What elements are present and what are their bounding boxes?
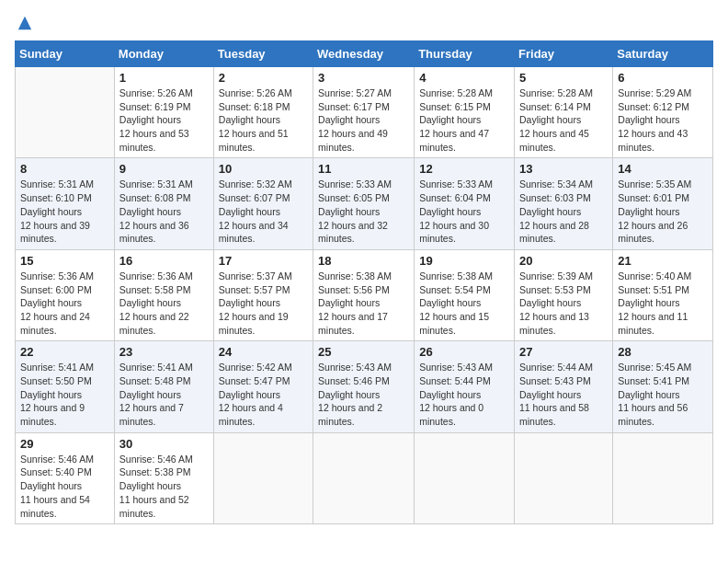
day-info: Sunrise: 5:38 AMSunset: 5:56 PMDaylight … bbox=[318, 270, 392, 336]
day-info: Sunrise: 5:35 AMSunset: 6:01 PMDaylight … bbox=[618, 178, 691, 244]
calendar-cell: 30 Sunrise: 5:46 AMSunset: 5:38 PMDaylig… bbox=[114, 432, 213, 523]
day-info: Sunrise: 5:26 AMSunset: 6:18 PMDaylight … bbox=[219, 87, 292, 153]
calendar-cell: 27 Sunrise: 5:44 AMSunset: 5:43 PMDaylig… bbox=[515, 341, 613, 432]
weekday-header-saturday: Saturday bbox=[613, 41, 713, 67]
day-info: Sunrise: 5:27 AMSunset: 6:17 PMDaylight … bbox=[318, 87, 392, 153]
calendar-cell: 10 Sunrise: 5:32 AMSunset: 6:07 PMDaylig… bbox=[213, 158, 313, 249]
weekday-header-thursday: Thursday bbox=[415, 41, 515, 67]
day-info: Sunrise: 5:31 AMSunset: 6:10 PMDaylight … bbox=[20, 178, 94, 244]
day-info: Sunrise: 5:46 AMSunset: 5:38 PMDaylight … bbox=[119, 454, 193, 519]
calendar-cell: 28 Sunrise: 5:45 AMSunset: 5:41 PMDaylig… bbox=[613, 341, 713, 432]
calendar-cell: 24 Sunrise: 5:42 AMSunset: 5:47 PMDaylig… bbox=[213, 341, 313, 432]
day-info: Sunrise: 5:44 AMSunset: 5:43 PMDaylight … bbox=[519, 362, 593, 427]
calendar-cell: 20 Sunrise: 5:39 AMSunset: 5:53 PMDaylig… bbox=[515, 249, 613, 340]
day-info: Sunrise: 5:46 AMSunset: 5:40 PMDaylight … bbox=[20, 454, 94, 519]
day-number: 15 bbox=[20, 254, 109, 268]
day-number: 20 bbox=[519, 254, 608, 268]
day-number: 3 bbox=[318, 71, 409, 85]
calendar-week-row: 1 Sunrise: 5:26 AMSunset: 6:19 PMDayligh… bbox=[16, 67, 713, 158]
day-info: Sunrise: 5:45 AMSunset: 5:41 PMDaylight … bbox=[618, 362, 691, 427]
calendar-cell: 6 Sunrise: 5:29 AMSunset: 6:12 PMDayligh… bbox=[613, 67, 713, 158]
calendar-body: 1 Sunrise: 5:26 AMSunset: 6:19 PMDayligh… bbox=[16, 67, 713, 524]
day-number: 1 bbox=[119, 71, 209, 85]
calendar-cell: 22 Sunrise: 5:41 AMSunset: 5:50 PMDaylig… bbox=[16, 341, 115, 432]
day-number: 13 bbox=[519, 162, 608, 176]
day-number: 30 bbox=[119, 437, 209, 451]
day-number: 6 bbox=[618, 71, 708, 85]
calendar-week-row: 15 Sunrise: 5:36 AMSunset: 6:00 PMDaylig… bbox=[16, 249, 713, 340]
svg-marker-0 bbox=[18, 17, 31, 29]
day-info: Sunrise: 5:28 AMSunset: 6:15 PMDaylight … bbox=[419, 87, 493, 153]
page-header bbox=[15, 15, 713, 31]
calendar-cell: 9 Sunrise: 5:31 AMSunset: 6:08 PMDayligh… bbox=[114, 158, 213, 249]
day-number: 29 bbox=[20, 437, 109, 451]
day-info: Sunrise: 5:31 AMSunset: 6:08 PMDaylight … bbox=[119, 178, 193, 244]
calendar-cell: 5 Sunrise: 5:28 AMSunset: 6:14 PMDayligh… bbox=[515, 67, 613, 158]
calendar-cell bbox=[613, 432, 713, 523]
day-info: Sunrise: 5:26 AMSunset: 6:19 PMDaylight … bbox=[119, 87, 193, 153]
day-info: Sunrise: 5:29 AMSunset: 6:12 PMDaylight … bbox=[618, 87, 691, 153]
weekday-header-wednesday: Wednesday bbox=[313, 41, 415, 67]
day-info: Sunrise: 5:41 AMSunset: 5:48 PMDaylight … bbox=[119, 362, 193, 427]
calendar-cell: 16 Sunrise: 5:36 AMSunset: 5:58 PMDaylig… bbox=[114, 249, 213, 340]
day-number: 4 bbox=[419, 71, 509, 85]
day-number: 18 bbox=[318, 254, 409, 268]
day-info: Sunrise: 5:41 AMSunset: 5:50 PMDaylight … bbox=[20, 362, 94, 427]
calendar-cell: 12 Sunrise: 5:33 AMSunset: 6:04 PMDaylig… bbox=[415, 158, 515, 249]
calendar-cell: 15 Sunrise: 5:36 AMSunset: 6:00 PMDaylig… bbox=[16, 249, 115, 340]
calendar-cell: 25 Sunrise: 5:43 AMSunset: 5:46 PMDaylig… bbox=[313, 341, 415, 432]
day-number: 16 bbox=[119, 254, 209, 268]
day-number: 24 bbox=[219, 345, 308, 359]
calendar-cell: 2 Sunrise: 5:26 AMSunset: 6:18 PMDayligh… bbox=[213, 67, 313, 158]
day-number: 25 bbox=[318, 345, 409, 359]
weekday-header-sunday: Sunday bbox=[16, 41, 115, 67]
day-info: Sunrise: 5:40 AMSunset: 5:51 PMDaylight … bbox=[618, 270, 691, 336]
day-info: Sunrise: 5:32 AMSunset: 6:07 PMDaylight … bbox=[219, 178, 292, 244]
day-number: 21 bbox=[618, 254, 708, 268]
calendar-cell: 13 Sunrise: 5:34 AMSunset: 6:03 PMDaylig… bbox=[515, 158, 613, 249]
calendar-cell: 21 Sunrise: 5:40 AMSunset: 5:51 PMDaylig… bbox=[613, 249, 713, 340]
logo-icon bbox=[17, 15, 33, 31]
day-number: 2 bbox=[219, 71, 308, 85]
calendar-cell: 4 Sunrise: 5:28 AMSunset: 6:15 PMDayligh… bbox=[415, 67, 515, 158]
calendar-week-row: 8 Sunrise: 5:31 AMSunset: 6:10 PMDayligh… bbox=[16, 158, 713, 249]
calendar-cell: 18 Sunrise: 5:38 AMSunset: 5:56 PMDaylig… bbox=[313, 249, 415, 340]
day-info: Sunrise: 5:36 AMSunset: 5:58 PMDaylight … bbox=[119, 270, 193, 336]
calendar-cell bbox=[213, 432, 313, 523]
weekday-header-monday: Monday bbox=[114, 41, 213, 67]
calendar-cell: 11 Sunrise: 5:33 AMSunset: 6:05 PMDaylig… bbox=[313, 158, 415, 249]
weekday-header-tuesday: Tuesday bbox=[213, 41, 313, 67]
day-info: Sunrise: 5:36 AMSunset: 6:00 PMDaylight … bbox=[20, 270, 94, 336]
day-number: 28 bbox=[618, 345, 708, 359]
day-info: Sunrise: 5:38 AMSunset: 5:54 PMDaylight … bbox=[419, 270, 493, 336]
calendar-cell: 17 Sunrise: 5:37 AMSunset: 5:57 PMDaylig… bbox=[213, 249, 313, 340]
day-info: Sunrise: 5:33 AMSunset: 6:04 PMDaylight … bbox=[419, 178, 493, 244]
day-info: Sunrise: 5:37 AMSunset: 5:57 PMDaylight … bbox=[219, 270, 292, 336]
calendar-table: SundayMondayTuesdayWednesdayThursdayFrid… bbox=[15, 40, 713, 524]
day-info: Sunrise: 5:28 AMSunset: 6:14 PMDaylight … bbox=[519, 87, 593, 153]
calendar-week-row: 29 Sunrise: 5:46 AMSunset: 5:40 PMDaylig… bbox=[16, 432, 713, 523]
day-number: 19 bbox=[419, 254, 509, 268]
day-number: 17 bbox=[219, 254, 308, 268]
day-number: 14 bbox=[618, 162, 708, 176]
day-number: 8 bbox=[20, 162, 109, 176]
day-info: Sunrise: 5:39 AMSunset: 5:53 PMDaylight … bbox=[519, 270, 593, 336]
calendar-cell: 26 Sunrise: 5:43 AMSunset: 5:44 PMDaylig… bbox=[415, 341, 515, 432]
day-number: 23 bbox=[119, 345, 209, 359]
calendar-cell bbox=[515, 432, 613, 523]
day-info: Sunrise: 5:34 AMSunset: 6:03 PMDaylight … bbox=[519, 178, 593, 244]
day-info: Sunrise: 5:43 AMSunset: 5:44 PMDaylight … bbox=[419, 362, 493, 427]
calendar-cell: 23 Sunrise: 5:41 AMSunset: 5:48 PMDaylig… bbox=[114, 341, 213, 432]
day-info: Sunrise: 5:33 AMSunset: 6:05 PMDaylight … bbox=[318, 178, 392, 244]
day-info: Sunrise: 5:42 AMSunset: 5:47 PMDaylight … bbox=[219, 362, 292, 427]
calendar-header-row: SundayMondayTuesdayWednesdayThursdayFrid… bbox=[16, 41, 713, 67]
calendar-cell bbox=[415, 432, 515, 523]
calendar-cell: 3 Sunrise: 5:27 AMSunset: 6:17 PMDayligh… bbox=[313, 67, 415, 158]
day-number: 5 bbox=[519, 71, 608, 85]
calendar-cell: 29 Sunrise: 5:46 AMSunset: 5:40 PMDaylig… bbox=[16, 432, 115, 523]
day-number: 12 bbox=[419, 162, 509, 176]
calendar-cell: 1 Sunrise: 5:26 AMSunset: 6:19 PMDayligh… bbox=[114, 67, 213, 158]
logo bbox=[15, 15, 33, 31]
day-info: Sunrise: 5:43 AMSunset: 5:46 PMDaylight … bbox=[318, 362, 392, 427]
day-number: 11 bbox=[318, 162, 409, 176]
